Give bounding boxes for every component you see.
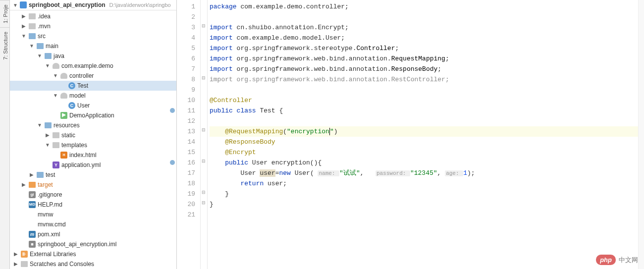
tool-window-tabs: 1: Proje 7: Structure xyxy=(0,0,10,269)
tree-label: .idea xyxy=(38,12,51,21)
tree-item[interactable]: Yapplication.yml xyxy=(10,160,176,170)
fold-toggle-icon[interactable]: ⊟ xyxy=(202,200,206,205)
fold-toggle-icon[interactable]: ⊟ xyxy=(202,127,206,132)
code-line[interactable]: import cn.shuibo.annotation.Encrypt; xyxy=(210,22,638,33)
watermark-badge: php xyxy=(596,255,616,265)
tree-label: External Libraries xyxy=(30,250,76,259)
tree-item[interactable]: ▶static xyxy=(10,130,176,140)
code-line[interactable]: @ResponseBody xyxy=(210,137,638,147)
tree-item[interactable]: ▶.idea xyxy=(10,11,176,21)
code-area[interactable]: package com.example.demo.controller;impo… xyxy=(208,0,638,269)
code-line[interactable]: return user; xyxy=(210,178,638,189)
tree-item[interactable]: ▼controller xyxy=(10,71,176,81)
code-editor[interactable]: 123456789101112131415161718192021 ⊟⊟⊟⊟⊟⊟… xyxy=(177,0,644,269)
code-line[interactable] xyxy=(210,85,638,95)
tree-label: model xyxy=(69,91,86,100)
code-line[interactable]: User user=new User( name: "试试", password… xyxy=(210,168,638,178)
tree-item[interactable]: gi.gitignore xyxy=(10,190,176,200)
chevron-icon: ▶ xyxy=(29,170,35,179)
tree-label: Scratches and Consoles xyxy=(30,260,94,269)
tree-label: templates xyxy=(61,141,87,150)
code-line[interactable]: } xyxy=(210,189,638,199)
code-line[interactable]: } xyxy=(210,199,638,210)
project-panel: ▼ springboot_api_encryption D:\java\ider… xyxy=(10,0,177,269)
code-line[interactable] xyxy=(210,210,638,220)
gutter-run-icon[interactable] xyxy=(170,160,175,165)
chevron-icon: ▶ xyxy=(21,12,27,21)
chevron-icon: ▼ xyxy=(37,121,43,130)
tree-item[interactable]: ▼src xyxy=(10,31,176,41)
tab-structure[interactable]: 7: Structure xyxy=(0,27,9,64)
project-header[interactable]: ▼ springboot_api_encryption D:\java\ider… xyxy=(10,0,176,10)
tree-label: Test xyxy=(77,81,88,90)
chevron-icon: ▶ xyxy=(13,260,19,269)
chevron-down-icon: ▼ xyxy=(13,2,18,8)
tree-item[interactable]: ▶Scratches and Consoles xyxy=(10,259,176,269)
tree-item[interactable]: ▼model xyxy=(10,91,176,101)
tree-label: application.yml xyxy=(61,161,101,169)
tree-item[interactable]: mpom.xml xyxy=(10,229,176,239)
fold-toggle-icon[interactable]: ⊟ xyxy=(202,23,206,28)
code-line[interactable]: import org.springframework.web.bind.anno… xyxy=(210,54,638,64)
tree-item[interactable]: ▼java xyxy=(10,51,176,61)
tree-label: mvnw.cmd xyxy=(38,220,66,229)
code-line[interactable]: import org.springframework.web.bind.anno… xyxy=(210,64,638,74)
code-line[interactable]: @Controller xyxy=(210,95,638,106)
tree-item[interactable]: MDHELP.md xyxy=(10,200,176,210)
tree-item[interactable]: ▼main xyxy=(10,41,176,51)
tree-item[interactable]: ▶⊪External Libraries xyxy=(10,249,176,259)
tree-item[interactable]: ▶target xyxy=(10,180,176,190)
tree-label: controller xyxy=(69,71,94,80)
project-path: D:\java\iderwork\springbo xyxy=(109,2,171,8)
tree-label: src xyxy=(38,32,46,41)
code-line[interactable]: @Encrypt xyxy=(210,147,638,158)
code-line[interactable]: package com.example.demo.controller; xyxy=(210,1,638,12)
tree-item[interactable]: ■springboot_api_encryption.iml xyxy=(10,239,176,249)
chevron-icon: ▼ xyxy=(29,42,35,51)
tree-item[interactable]: CUser xyxy=(10,101,176,110)
tree-item[interactable]: Hindex.html xyxy=(10,150,176,160)
chevron-icon: ▶ xyxy=(45,131,51,140)
tree-item[interactable]: ▼templates xyxy=(10,140,176,150)
code-line[interactable]: import org.springframework.web.bind.anno… xyxy=(210,74,638,85)
code-line[interactable] xyxy=(210,116,638,126)
code-line[interactable]: public User encryption(){ xyxy=(210,158,638,168)
tree-label: pom.xml xyxy=(38,230,60,239)
chevron-icon: ▶ xyxy=(13,250,19,259)
tree-label: target xyxy=(38,180,53,189)
watermark-text: 中文网 xyxy=(619,256,638,265)
code-line[interactable]: @RequestMapping("encryption") xyxy=(210,126,638,137)
code-line[interactable]: public class Test { xyxy=(210,106,638,116)
tree-label: java xyxy=(54,52,64,60)
tree-item[interactable]: mvnw.cmd xyxy=(10,219,176,229)
tree-label: mvnw xyxy=(38,210,53,219)
chevron-icon: ▼ xyxy=(45,61,51,70)
tree-item[interactable]: CTest xyxy=(10,81,176,91)
tree-item[interactable]: ▶test xyxy=(10,170,176,180)
watermark: php 中文网 xyxy=(596,255,638,265)
tree-item[interactable]: mvnw xyxy=(10,210,176,219)
fold-toggle-icon[interactable]: ⊟ xyxy=(202,159,206,163)
tree-item[interactable]: ⯈DemoApplication xyxy=(10,110,176,120)
fold-toggle-icon[interactable]: ⊟ xyxy=(202,190,206,195)
project-tree[interactable]: ▶.idea▶.mvn▼src▼main▼java▼com.example.de… xyxy=(10,10,176,269)
tree-label: index.html xyxy=(69,151,97,160)
code-line[interactable]: import com.example.demo.model.User; xyxy=(210,33,638,43)
tree-label: .gitignore xyxy=(38,190,62,199)
project-icon xyxy=(20,1,27,8)
gutter-run-icon[interactable] xyxy=(170,108,175,113)
tree-label: com.example.demo xyxy=(61,61,113,70)
tree-label: static xyxy=(61,131,75,140)
scrollbar[interactable] xyxy=(638,0,644,269)
chevron-icon: ▼ xyxy=(37,52,43,60)
chevron-icon: ▼ xyxy=(21,32,27,41)
tree-item[interactable]: ▼resources xyxy=(10,120,176,130)
tree-item[interactable]: ▶.mvn xyxy=(10,21,176,31)
tab-project[interactable]: 1: Proje xyxy=(0,0,9,27)
code-line[interactable]: import org.springframework.stereotype.Co… xyxy=(210,43,638,54)
code-line[interactable] xyxy=(210,12,638,22)
tree-label: .mvn xyxy=(38,22,51,31)
fold-toggle-icon[interactable]: ⊟ xyxy=(202,75,206,80)
tree-label: resources xyxy=(54,121,80,130)
tree-item[interactable]: ▼com.example.demo xyxy=(10,61,176,71)
